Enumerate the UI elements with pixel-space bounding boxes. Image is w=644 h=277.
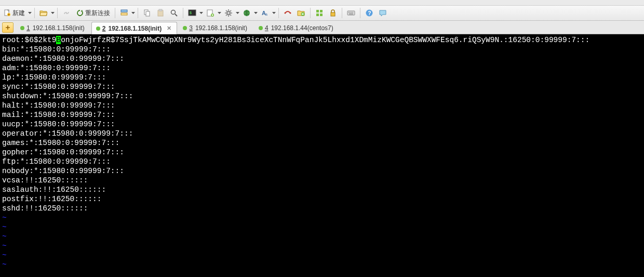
session-tab[interactable]: 2 192.168.1.158(init)✕ (91, 22, 177, 34)
terminal-lines: bin:*:15980:0:99999:7::: daemon:*:15980:… (2, 45, 642, 213)
tile-icon (315, 9, 324, 17)
svg-marker-34 (254, 12, 258, 14)
status-dot-icon (183, 26, 187, 30)
ftp-icon (297, 9, 305, 17)
transfer-button[interactable] (281, 7, 294, 19)
terminal-line: root:$6$2kt9BonjoFwjrfzR$7SsjTkAMwCQWpXN… (2, 36, 589, 44)
paste-icon (156, 9, 165, 17)
window-top-fragment (0, 0, 644, 5)
toolbar-separator (183, 8, 183, 18)
svg-rect-43 (320, 10, 323, 12)
font-button[interactable]: Aa (259, 7, 271, 19)
session-tab[interactable]: 3 192.168.1.158(init) (178, 21, 253, 34)
svg-text:a: a (265, 12, 267, 16)
svg-line-31 (231, 10, 232, 11)
keyboard-button[interactable] (345, 7, 357, 19)
properties-icon (120, 9, 128, 17)
svg-point-38 (285, 12, 286, 14)
tools-button[interactable] (222, 7, 235, 19)
dropdown-arrow-icon[interactable] (199, 9, 203, 17)
tab-accelerator: 4 (265, 24, 269, 32)
svg-rect-46 (331, 12, 335, 16)
copy-button[interactable] (141, 7, 153, 19)
svg-marker-21 (218, 12, 221, 14)
ftp-button[interactable] (295, 7, 307, 19)
globe-button[interactable] (240, 7, 253, 19)
svg-rect-10 (146, 11, 150, 16)
dropdown-arrow-icon[interactable] (272, 9, 276, 17)
tab-label: 192.168.1.158(init) (33, 24, 85, 32)
add-tab-button[interactable] (2, 22, 14, 33)
svg-point-13 (171, 10, 176, 15)
terminal-icon: $ (188, 9, 196, 17)
keyboard-icon (347, 9, 355, 17)
svg-rect-52 (349, 14, 353, 15)
svg-text:$: $ (190, 11, 192, 15)
svg-line-28 (226, 10, 227, 11)
dropdown-arrow-icon[interactable] (218, 9, 221, 17)
folder-open-icon (39, 9, 48, 17)
svg-rect-44 (316, 14, 319, 16)
find-button[interactable] (168, 7, 180, 19)
tab-accelerator: 2 (102, 25, 106, 32)
tile-button[interactable] (313, 7, 326, 19)
chat-button[interactable] (377, 7, 389, 19)
paste-button[interactable] (154, 7, 167, 19)
lock-button[interactable] (327, 7, 339, 19)
svg-marker-3 (28, 12, 32, 14)
tab-label: 192.168.1.158(init) (108, 25, 162, 32)
svg-rect-42 (316, 10, 319, 12)
toolbar-separator (34, 8, 35, 18)
svg-marker-8 (131, 12, 135, 14)
new-file-icon (3, 9, 11, 17)
tab-accelerator: 3 (189, 24, 193, 32)
status-dot-icon (259, 26, 263, 30)
toolbar-separator (360, 8, 360, 18)
terminal-output[interactable]: root:$6$2kt9BonjoFwjrfzR$7SsjTkAMwCQWpXN… (0, 34, 644, 277)
refresh-icon (76, 9, 84, 17)
svg-rect-12 (159, 9, 162, 11)
properties-button[interactable] (118, 7, 130, 19)
help-icon: ? (365, 9, 373, 17)
status-dot-icon (96, 27, 100, 31)
tab-accelerator: 1 (26, 24, 30, 32)
link-icon (62, 9, 71, 17)
close-icon[interactable]: ✕ (167, 25, 171, 32)
svg-rect-50 (351, 12, 352, 13)
status-dot-icon (20, 26, 24, 30)
dropdown-arrow-icon[interactable] (28, 9, 32, 17)
transfer-icon (284, 9, 292, 17)
terminal-button[interactable]: $ (186, 7, 198, 19)
toolbar-separator (138, 8, 138, 18)
session-tab[interactable]: 1 192.168.1.158(init) (16, 21, 90, 34)
dropdown-arrow-icon[interactable] (51, 9, 55, 17)
terminal-empty-lines: ~ ~ ~ ~ ~ ~ (2, 213, 642, 269)
toolbar-separator (310, 8, 311, 18)
tab-label: 192.168.1.44(centos7) (271, 24, 333, 32)
dropdown-arrow-icon[interactable] (131, 9, 135, 17)
svg-rect-45 (320, 14, 323, 16)
dropdown-arrow-icon[interactable] (254, 9, 258, 17)
script-icon (206, 9, 214, 17)
svg-rect-47 (347, 11, 355, 15)
open-button[interactable] (37, 7, 50, 19)
toolbar-separator (115, 8, 115, 18)
svg-marker-5 (81, 10, 83, 12)
dropdown-arrow-icon[interactable] (236, 9, 239, 17)
svg-line-14 (175, 14, 177, 16)
svg-point-23 (227, 12, 230, 14)
script-button[interactable] (204, 7, 217, 19)
help-button[interactable]: ? (363, 7, 375, 19)
new-button[interactable]: 新建 (1, 7, 27, 19)
svg-point-39 (290, 12, 291, 14)
reconnect-button[interactable]: 重新连接 (74, 7, 112, 19)
svg-marker-17 (199, 12, 203, 14)
gear-icon (224, 9, 233, 17)
link-button[interactable] (60, 7, 73, 19)
chat-icon (379, 9, 387, 17)
svg-rect-51 (353, 12, 354, 13)
svg-text:?: ? (368, 10, 371, 16)
session-tab[interactable]: 4 192.168.1.44(centos7) (254, 21, 339, 34)
svg-line-29 (231, 15, 232, 16)
tab-label: 192.168.1.158(init) (195, 24, 247, 32)
